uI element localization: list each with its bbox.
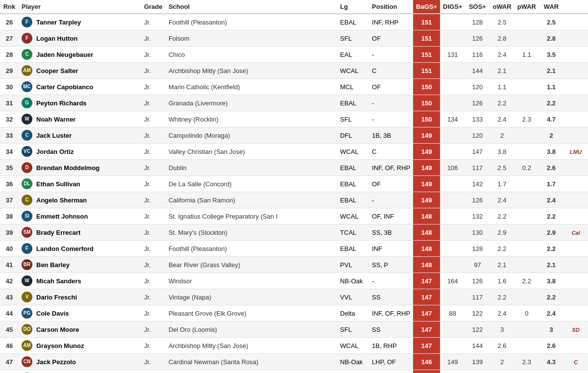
cell-bags: 150 [413,95,440,111]
cell-position: 1B, RHP [369,338,413,354]
cell-owar: 2.9 [490,224,514,241]
cell-rnk: 27 [0,30,19,47]
cell-rnk: 48 [0,370,19,373]
cell-school: De La Salle (Concord) [166,176,337,192]
table-row: 38SIEmmett JohnsonJr.St. Ignatius Colleg… [0,208,588,224]
header-extra [564,0,588,14]
cell-player: VDario Freschi [19,289,141,305]
cell-rnk: 33 [0,127,19,144]
player-name: Dario Freschi [36,294,77,301]
table-row: 45DOCarson MooreJr.Del Oro (Loomis)SFLSS… [0,322,588,338]
cell-rnk: 26 [0,14,19,30]
cell-rnk: 32 [0,111,19,127]
cell-school: Marin Catholic (Kentfield) [166,79,337,95]
header-war: WAR [539,0,564,14]
cell-owar: 2.5 [490,370,514,373]
cell-grade: Jr. [141,354,166,370]
cell-sos: 97 [465,257,490,273]
cell-bags: 149 [413,176,440,192]
cell-school: Foothill (Pleasanton) [166,241,337,257]
cell-position: OF [369,30,413,47]
cell-sos: 132 [465,208,490,224]
cell-bags: 149 [413,160,440,176]
cell-pwar [514,289,539,305]
cell-commit [564,95,588,111]
table-row: 48VLTrevor KaestnerJr.Vista del Lago (Fo… [0,370,588,373]
cell-position: - [369,192,413,208]
cell-position: SS, P [369,257,413,273]
cell-bags: 151 [413,14,440,30]
cell-player: CJack Luster [19,127,141,144]
cell-digs [440,127,465,144]
cell-bags: 147 [413,273,440,289]
cell-player: FLogan Hutton [19,30,141,47]
cell-commit [564,30,588,47]
team-logo: AM [22,340,32,351]
cell-pwar: 2.3 [514,354,539,370]
player-name: Carson Moore [36,326,79,333]
cell-war: 1.1 [539,79,564,95]
cell-owar: 2.6 [490,338,514,354]
cell-rnk: 44 [0,305,19,322]
cell-commit [564,370,588,373]
cell-bags: 151 [413,30,440,47]
cell-grade: Jr. [141,338,166,354]
cell-rnk: 28 [0,47,19,63]
cell-owar: 2.2 [490,241,514,257]
cell-commit [564,79,588,95]
cell-war: 2.6 [539,338,564,354]
header-player: Player [19,0,141,14]
cell-player: SIEmmett Johnson [19,208,141,224]
cell-commit [564,160,588,176]
cell-digs [440,224,465,241]
cell-owar: 2 [490,354,514,370]
cell-commit [564,273,588,289]
cell-owar: 2.2 [490,208,514,224]
cell-grade: Jr. [141,208,166,224]
cell-lg: EBAL [337,176,369,192]
cell-sos: 117 [465,289,490,305]
team-logo: VC [22,146,32,157]
cell-war: 2.2 [539,208,564,224]
commit-logo: C [574,359,578,365]
cell-pwar: 0 [514,305,539,322]
cell-war: 2.5 [539,370,564,373]
cell-sos: 128 [465,14,490,30]
cell-digs [440,192,465,208]
cell-lg: NB-Oak [337,354,369,370]
cell-bags: 147 [413,289,440,305]
cell-pwar [514,208,539,224]
team-logo: W [22,275,32,286]
cell-player: FLandon Comerford [19,241,141,257]
cell-owar: 2.1 [490,257,514,273]
cell-grade: Jr. [141,47,166,63]
header-pwar: pWAR [514,0,539,14]
cell-rnk: 36 [0,176,19,192]
cell-player: MCCarter Capobianco [19,79,141,95]
team-logo: CN [22,356,32,367]
cell-grade: Jr. [141,95,166,111]
cell-grade: Jr. [141,289,166,305]
cell-commit [564,208,588,224]
cell-rnk: 40 [0,241,19,257]
table-row: 40FLandon ComerfordJr.Foothill (Pleasant… [0,241,588,257]
cell-commit [564,241,588,257]
player-name: Ben Barley [36,261,70,269]
team-logo: BR [22,259,32,270]
cell-war: 1.7 [539,176,564,192]
cell-owar: 2.1 [490,63,514,79]
player-name: Micah Sanders [36,277,81,285]
cell-player: WMicah Sanders [19,273,141,289]
cell-grade: Jr. [141,224,166,241]
cell-pwar [514,257,539,273]
rankings-table: Rnk Player Grade School Lg Position BaGS… [0,0,588,373]
header-rnk: Rnk [0,0,19,14]
cell-commit [564,289,588,305]
cell-pwar [514,127,539,144]
cell-grade: Jr. [141,30,166,47]
cell-grade: Jr. [141,14,166,30]
player-name: Peyton Richards [36,99,87,107]
cell-pwar [514,95,539,111]
cell-rnk: 42 [0,273,19,289]
cell-rnk: 45 [0,322,19,338]
